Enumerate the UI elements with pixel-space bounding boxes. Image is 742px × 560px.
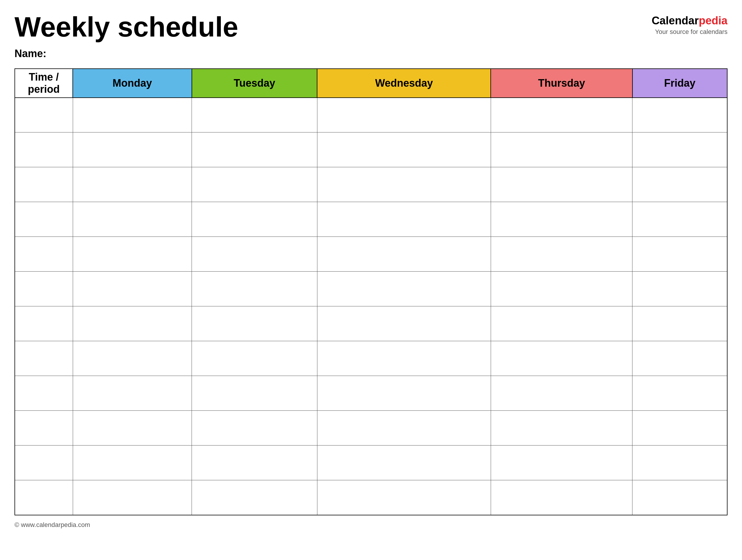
data-cell[interactable] — [317, 202, 491, 237]
data-cell[interactable] — [73, 306, 192, 341]
table-row — [15, 237, 727, 271]
data-cell[interactable] — [192, 202, 317, 237]
logo-text: Calendarpedia — [651, 14, 728, 27]
data-cell[interactable] — [317, 167, 491, 202]
data-cell[interactable] — [192, 480, 317, 515]
time-cell[interactable] — [15, 167, 73, 202]
header-wednesday: Wednesday — [317, 69, 491, 98]
time-cell[interactable] — [15, 98, 73, 133]
table-body — [15, 98, 727, 515]
data-cell[interactable] — [317, 376, 491, 411]
header-monday: Monday — [73, 69, 192, 98]
data-cell[interactable] — [632, 133, 727, 167]
data-cell[interactable] — [491, 237, 632, 271]
data-cell[interactable] — [317, 411, 491, 446]
header-friday: Friday — [632, 69, 727, 98]
footer: © www.calendarpedia.com — [14, 521, 728, 529]
name-label: Name: — [14, 48, 651, 60]
data-cell[interactable] — [491, 411, 632, 446]
time-cell[interactable] — [15, 376, 73, 411]
data-cell[interactable] — [73, 341, 192, 376]
data-cell[interactable] — [192, 98, 317, 133]
time-cell[interactable] — [15, 271, 73, 306]
time-cell[interactable] — [15, 341, 73, 376]
data-cell[interactable] — [491, 133, 632, 167]
data-cell[interactable] — [632, 237, 727, 271]
data-cell[interactable] — [317, 237, 491, 271]
data-cell[interactable] — [632, 167, 727, 202]
title-area: Weekly schedule Name: — [14, 12, 651, 60]
data-cell[interactable] — [632, 446, 727, 480]
table-header: Time / period Monday Tuesday Wednesday T… — [15, 69, 727, 98]
table-row — [15, 98, 727, 133]
data-cell[interactable] — [632, 341, 727, 376]
logo-area: Calendarpedia Your source for calendars — [651, 12, 728, 36]
time-cell[interactable] — [15, 306, 73, 341]
data-cell[interactable] — [192, 271, 317, 306]
data-cell[interactable] — [73, 133, 192, 167]
data-cell[interactable] — [73, 202, 192, 237]
data-cell[interactable] — [632, 480, 727, 515]
data-cell[interactable] — [632, 411, 727, 446]
time-cell[interactable] — [15, 446, 73, 480]
table-row — [15, 376, 727, 411]
data-cell[interactable] — [192, 341, 317, 376]
data-cell[interactable] — [491, 376, 632, 411]
data-cell[interactable] — [491, 271, 632, 306]
data-cell[interactable] — [192, 237, 317, 271]
data-cell[interactable] — [632, 202, 727, 237]
header-thursday: Thursday — [491, 69, 632, 98]
data-cell[interactable] — [632, 271, 727, 306]
data-cell[interactable] — [192, 446, 317, 480]
logo-tagline: Your source for calendars — [651, 28, 728, 36]
data-cell[interactable] — [73, 237, 192, 271]
data-cell[interactable] — [632, 306, 727, 341]
data-cell[interactable] — [317, 271, 491, 306]
data-cell[interactable] — [73, 480, 192, 515]
data-cell[interactable] — [491, 446, 632, 480]
table-row — [15, 341, 727, 376]
data-cell[interactable] — [73, 376, 192, 411]
data-cell[interactable] — [632, 98, 727, 133]
data-cell[interactable] — [192, 376, 317, 411]
logo-pedia-text: pedia — [699, 14, 728, 27]
data-cell[interactable] — [317, 341, 491, 376]
data-cell[interactable] — [632, 376, 727, 411]
data-cell[interactable] — [491, 480, 632, 515]
time-cell[interactable] — [15, 411, 73, 446]
data-cell[interactable] — [192, 167, 317, 202]
logo-calendar-text: Calendar — [651, 14, 699, 27]
time-cell[interactable] — [15, 237, 73, 271]
data-cell[interactable] — [73, 98, 192, 133]
header-tuesday: Tuesday — [192, 69, 317, 98]
data-cell[interactable] — [317, 98, 491, 133]
data-cell[interactable] — [317, 133, 491, 167]
data-cell[interactable] — [317, 480, 491, 515]
time-cell[interactable] — [15, 202, 73, 237]
table-row — [15, 480, 727, 515]
data-cell[interactable] — [192, 133, 317, 167]
data-cell[interactable] — [491, 306, 632, 341]
data-cell[interactable] — [73, 167, 192, 202]
table-row — [15, 202, 727, 237]
data-cell[interactable] — [317, 306, 491, 341]
data-cell[interactable] — [192, 411, 317, 446]
data-cell[interactable] — [192, 306, 317, 341]
header-time: Time / period — [15, 69, 73, 98]
data-cell[interactable] — [491, 167, 632, 202]
header-section: Weekly schedule Name: Calendarpedia Your… — [14, 12, 728, 60]
data-cell[interactable] — [73, 271, 192, 306]
data-cell[interactable] — [491, 341, 632, 376]
data-cell[interactable] — [73, 446, 192, 480]
footer-text: © www.calendarpedia.com — [14, 521, 90, 528]
data-cell[interactable] — [491, 98, 632, 133]
data-cell[interactable] — [317, 446, 491, 480]
table-row — [15, 411, 727, 446]
data-cell[interactable] — [73, 411, 192, 446]
data-cell[interactable] — [491, 202, 632, 237]
header-row: Time / period Monday Tuesday Wednesday T… — [15, 69, 727, 98]
time-cell[interactable] — [15, 480, 73, 515]
table-row — [15, 271, 727, 306]
time-cell[interactable] — [15, 133, 73, 167]
table-row — [15, 446, 727, 480]
